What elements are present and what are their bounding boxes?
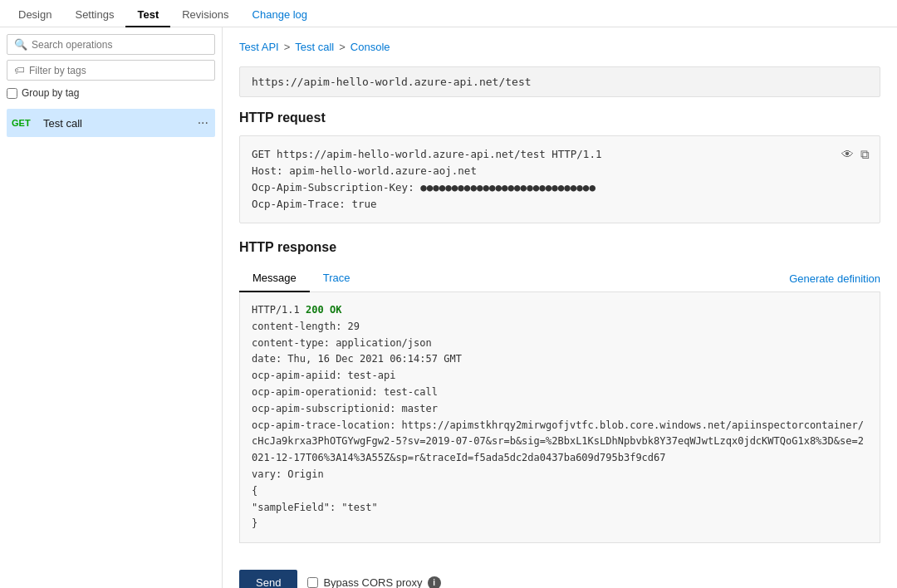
group-by-tag-checkbox[interactable] <box>7 88 17 99</box>
response-line-3: ocp-apim-apiid: test-api <box>252 368 868 385</box>
eye-icon[interactable]: 👁 <box>841 145 854 164</box>
tab-settings[interactable]: Settings <box>63 3 125 27</box>
response-line-7: vary: Origin <box>252 467 868 483</box>
copy-icon[interactable]: ⧉ <box>860 145 870 164</box>
tab-revisions[interactable]: Revisions <box>170 3 240 27</box>
filter-input[interactable] <box>29 65 208 76</box>
breadcrumb: Test API > Test call > Console <box>239 41 880 53</box>
api-item-menu-button[interactable]: ··· <box>196 115 210 130</box>
http-request-title: HTTP request <box>239 110 880 125</box>
sidebar: 🔍 🏷 Group by tag GET Test call ··· <box>0 27 223 588</box>
http-request-line1: GET https://apim-hello-world.azure-api.n… <box>252 146 868 163</box>
response-line-10: } <box>252 516 868 532</box>
send-button[interactable]: Send <box>239 570 297 588</box>
bypass-cors-label: Bypass CORS proxy <box>323 576 422 588</box>
send-bar: Send Bypass CORS proxy i <box>239 560 880 588</box>
response-line-9: "sampleField": "test" <box>252 500 868 517</box>
group-by-tag-label: Group by tag <box>22 87 79 99</box>
filter-container: 🏷 <box>7 60 215 81</box>
generate-definition-link[interactable]: Generate definition <box>789 266 880 292</box>
tab-test[interactable]: Test <box>125 3 170 27</box>
api-item[interactable]: GET Test call ··· <box>7 109 215 137</box>
tab-trace[interactable]: Trace <box>310 265 364 292</box>
tab-design[interactable]: Design <box>7 3 63 27</box>
info-icon[interactable]: i <box>428 576 441 588</box>
group-by-tag-row: Group by tag <box>7 86 215 100</box>
status-code: 200 OK <box>306 304 341 316</box>
api-item-name: Test call <box>43 117 189 130</box>
http-request-line3: Ocp-Apim-Subscription-Key: ●●●●●●●●●●●●●… <box>252 179 868 196</box>
tab-message[interactable]: Message <box>239 265 310 292</box>
response-line-8: { <box>252 483 868 500</box>
breadcrumb-testapi[interactable]: Test API <box>239 41 279 53</box>
filter-icon: 🏷 <box>14 64 25 76</box>
response-status-line: HTTP/1.1 200 OK <box>252 302 868 319</box>
search-input[interactable] <box>32 39 208 51</box>
bypass-cors-container: Bypass CORS proxy i <box>307 576 440 588</box>
response-line-5: ocp-apim-subscriptionid: master <box>252 401 868 418</box>
response-line-1: content-type: application/json <box>252 336 868 352</box>
breadcrumb-sep1: > <box>284 41 291 53</box>
response-body: HTTP/1.1 200 OK content-length: 29 conte… <box>239 292 880 543</box>
http-request-icons: 👁 ⧉ <box>841 145 870 164</box>
main-layout: 🔍 🏷 Group by tag GET Test call ··· Test … <box>0 27 897 588</box>
response-line-4: ocp-apim-operationid: test-call <box>252 385 868 401</box>
search-icon: 🔍 <box>14 38 27 51</box>
response-tabs: Message Trace Generate definition <box>239 265 880 292</box>
url-bar: https://apim-hello-world.azure-api.net/t… <box>239 66 880 97</box>
breadcrumb-testcall[interactable]: Test call <box>295 41 334 53</box>
http-response-section: HTTP response Message Trace Generate def… <box>239 240 880 543</box>
http-response-title: HTTP response <box>239 240 880 255</box>
http-request-box: 👁 ⧉ GET https://apim-hello-world.azure-a… <box>239 135 880 223</box>
http-request-line2: Host: apim-hello-world.azure-aoj.net <box>252 163 868 179</box>
bypass-cors-checkbox[interactable] <box>307 577 318 588</box>
response-line-2: date: Thu, 16 Dec 2021 06:14:57 GMT <box>252 351 868 368</box>
response-line-6: ocp-apim-trace-location: https://apimstk… <box>252 418 868 467</box>
status-prefix: HTTP/1.1 <box>252 304 306 316</box>
method-badge: GET <box>12 118 37 128</box>
content-area: Test API > Test call > Console https://a… <box>223 27 897 588</box>
http-request-line4: Ocp-Apim-Trace: true <box>252 196 868 213</box>
tab-changelog[interactable]: Change log <box>241 3 320 27</box>
breadcrumb-sep2: > <box>339 41 346 53</box>
search-container: 🔍 <box>7 34 215 55</box>
response-line-0: content-length: 29 <box>252 319 868 336</box>
breadcrumb-console[interactable]: Console <box>350 41 390 53</box>
top-nav: Design Settings Test Revisions Change lo… <box>0 0 897 27</box>
